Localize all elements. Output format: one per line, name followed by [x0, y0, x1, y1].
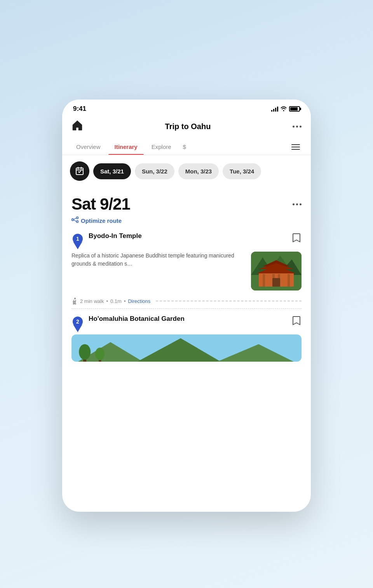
temple-image-graphic: [251, 252, 302, 290]
directions-link-1[interactable]: Directions: [128, 298, 150, 304]
place-1-body: Replica of a historic Japanese Buddhist …: [71, 252, 302, 290]
walk-distance: 0.1m: [110, 298, 122, 304]
walk-icon: [71, 298, 78, 304]
svg-point-21: [74, 298, 76, 299]
svg-point-6: [77, 221, 78, 223]
status-bar: 9:41: [62, 100, 311, 117]
svg-rect-0: [76, 168, 83, 175]
place-2-pin: 2: [71, 316, 84, 331]
signal-icon: [271, 106, 278, 112]
optimize-icon: [71, 217, 78, 224]
date-sun322[interactable]: Sun, 3/22: [135, 163, 174, 179]
place-1-walk-info: 2 min walk • 0.1m • Directions: [71, 294, 302, 309]
svg-text:1: 1: [76, 236, 79, 242]
place-2-left: 2 Ho'omaluhia Botanical Garden: [71, 315, 291, 331]
tab-bar: Overview Itinerary Explore $: [62, 139, 311, 155]
more-button[interactable]: [293, 126, 302, 128]
date-sat321[interactable]: Sat, 3/21: [93, 163, 131, 179]
svg-rect-16: [263, 274, 265, 287]
place-1-header: 1 Byodo-In Temple: [71, 232, 302, 248]
place-2-info: Ho'omaluhia Botanical Garden: [89, 315, 291, 324]
date-selector: Sat, 3/21 Sun, 3/22 Mon, 3/23 Tue, 3/24: [62, 155, 311, 187]
svg-rect-20: [272, 278, 280, 287]
svg-point-5: [77, 217, 78, 219]
svg-point-32: [95, 348, 105, 360]
menu-line-2: [291, 147, 300, 147]
place-item-1: 1 Byodo-In Temple Replica of a historic …: [71, 232, 302, 309]
date-tue324[interactable]: Tue, 3/24: [223, 163, 261, 179]
place-2-image: [71, 334, 302, 362]
place-item-2: 2 Ho'omaluhia Botanical Garden: [71, 315, 302, 362]
home-icon[interactable]: [71, 120, 83, 133]
date-mon323[interactable]: Mon, 3/23: [178, 163, 219, 179]
place-1-image: [251, 252, 302, 290]
day-title: Sat 9/21: [71, 195, 130, 214]
svg-text:2: 2: [76, 318, 79, 325]
walk-time: 2 min walk: [80, 298, 104, 304]
menu-line-1: [291, 144, 300, 145]
status-time: 9:41: [73, 105, 86, 113]
calendar-button[interactable]: [70, 161, 89, 181]
wifi-icon: [281, 106, 287, 112]
menu-line-3: [291, 149, 300, 150]
place-1-description: Replica of a historic Japanese Buddhist …: [71, 252, 246, 290]
place-1-left: 1 Byodo-In Temple: [71, 232, 291, 248]
day-more-button[interactable]: [293, 203, 302, 205]
svg-point-30: [79, 344, 91, 360]
top-nav: Trip to Oahu: [62, 117, 311, 139]
phone-frame: 9:41: [62, 100, 311, 512]
place-1-name[interactable]: Byodo-In Temple: [89, 232, 291, 240]
svg-point-4: [72, 219, 74, 221]
battery-icon: [289, 106, 300, 112]
tab-overview[interactable]: Overview: [70, 139, 107, 155]
place-2-name[interactable]: Ho'omaluhia Botanical Garden: [89, 315, 291, 323]
svg-rect-17: [288, 274, 290, 287]
tab-explore[interactable]: Explore: [145, 139, 178, 155]
place-2-bookmark[interactable]: [291, 315, 302, 329]
main-content: Sat 9/21 Optimize route: [62, 187, 311, 362]
place-2-header: 2 Ho'omaluhia Botanical Garden: [71, 315, 302, 331]
tab-menu-button[interactable]: [288, 140, 303, 154]
place-1-info: Byodo-In Temple: [89, 232, 291, 242]
optimize-route-label: Optimize route: [81, 217, 122, 224]
optimize-route-button[interactable]: Optimize route: [71, 217, 302, 224]
page-title: Trip to Oahu: [165, 122, 211, 131]
tab-itinerary[interactable]: Itinerary: [108, 139, 144, 155]
status-icons: [271, 106, 300, 112]
day-header: Sat 9/21: [71, 195, 302, 214]
place-1-bookmark[interactable]: [291, 232, 302, 246]
tab-budget[interactable]: $: [179, 139, 190, 155]
place-1-pin: 1: [71, 233, 84, 248]
